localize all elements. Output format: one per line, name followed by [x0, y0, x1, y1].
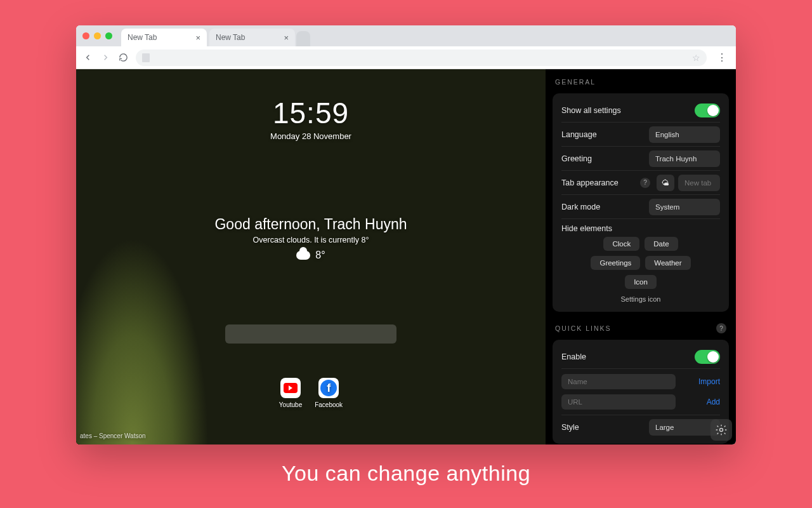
browser-tab[interactable]: New Tab × [121, 29, 207, 46]
tab-title-input[interactable] [678, 175, 720, 191]
minimize-window-button[interactable] [94, 32, 101, 39]
browser-toolbar: ☆ ⋮ [76, 46, 736, 69]
gear-icon[interactable] [710, 419, 732, 441]
settings-sidebar: GENERAL Show all settings Language Engli… [546, 69, 736, 444]
greeting-input[interactable]: Trach Huynh [649, 150, 720, 167]
tab-appearance-label: Tab appearance [561, 178, 634, 187]
close-tab-icon[interactable]: × [195, 33, 200, 43]
help-icon[interactable]: ? [640, 178, 650, 188]
promo-caption: You can change anything [282, 461, 530, 486]
youtube-icon [280, 378, 301, 398]
reload-button[interactable] [118, 53, 128, 63]
browser-window: New Tab × New Tab × ☆ ⋮ [76, 25, 736, 444]
quick-links: Youtube f Facebook [279, 378, 343, 408]
back-button[interactable] [82, 53, 93, 63]
close-window-button[interactable] [82, 32, 89, 39]
address-bar[interactable]: ☆ [136, 50, 707, 66]
temperature: 8° [315, 250, 325, 261]
hide-elements-label: Hide elements [561, 219, 720, 237]
facebook-icon: f [318, 378, 339, 398]
quicklink-label: Facebook [315, 401, 343, 408]
date: Monday 28 November [270, 131, 351, 141]
quicklink-name-input[interactable] [561, 374, 676, 389]
show-all-label: Show all settings [561, 106, 688, 115]
weather-row: 8° [296, 250, 325, 261]
close-tab-icon[interactable]: × [284, 33, 289, 43]
photo-credit: ates – Spencer Watson [80, 432, 146, 439]
help-icon[interactable]: ? [716, 323, 726, 333]
style-label: Style [561, 423, 643, 432]
greeting: Good afternoon, Trach Huynh [214, 216, 407, 233]
browser-menu-button[interactable]: ⋮ [714, 51, 730, 64]
tab-strip: New Tab × New Tab × [76, 25, 736, 46]
dark-mode-select[interactable]: System [649, 199, 720, 215]
add-link[interactable]: Add [707, 398, 720, 406]
favicon-select[interactable]: 🌤 [657, 175, 674, 191]
enable-label: Enable [561, 352, 688, 361]
new-tab-button[interactable] [296, 31, 310, 46]
traffic-lights [82, 25, 121, 46]
general-panel: Show all settings Language English Greet… [553, 93, 729, 312]
dark-mode-label: Dark mode [561, 203, 643, 211]
hide-greetings-chip[interactable]: Greetings [591, 256, 640, 270]
page-content: 15:59 Monday 28 November Good afternoon,… [76, 69, 736, 444]
enable-quicklinks-toggle[interactable] [695, 350, 720, 364]
language-select[interactable]: English [649, 126, 720, 143]
page-icon [142, 53, 150, 62]
general-section-header: GENERAL [553, 69, 729, 87]
svg-point-0 [720, 429, 723, 432]
quicklink-youtube[interactable]: Youtube [279, 378, 302, 408]
search-input[interactable] [225, 324, 396, 344]
tab-label: New Tab [216, 33, 245, 42]
settings-icon-chip[interactable]: Settings icon [561, 293, 720, 307]
greeting-label: Greeting [561, 154, 643, 163]
clock: 15:59 [273, 96, 349, 130]
quicklinks-section-header: QUICK LINKS [555, 324, 612, 332]
hide-icon-chip[interactable]: Icon [625, 275, 657, 289]
hide-clock-chip[interactable]: Clock [603, 237, 639, 251]
quicklink-url-input[interactable] [561, 394, 676, 410]
quicklink-label: Youtube [279, 401, 302, 408]
hide-weather-chip[interactable]: Weather [645, 256, 690, 270]
show-all-toggle[interactable] [695, 104, 720, 117]
browser-tab[interactable]: New Tab × [209, 29, 295, 46]
quicklink-facebook[interactable]: f Facebook [315, 378, 343, 408]
forward-button[interactable] [100, 53, 110, 63]
bookmark-star-icon[interactable]: ☆ [692, 53, 700, 63]
style-select[interactable]: Large [649, 419, 720, 436]
maximize-window-button[interactable] [105, 32, 112, 39]
tab-label: New Tab [128, 33, 157, 42]
newtab-wallpaper: 15:59 Monday 28 November Good afternoon,… [76, 69, 546, 444]
hide-date-chip[interactable]: Date [645, 237, 678, 251]
import-link[interactable]: Import [698, 377, 720, 386]
weather-line: Overcast clouds. It is currently 8° [253, 236, 369, 244]
quicklinks-panel: Enable Import Add Style Large [553, 340, 729, 444]
hide-chips: Clock Date Greetings Weather Icon [561, 237, 720, 293]
language-label: Language [561, 130, 643, 139]
cloud-icon [296, 251, 310, 260]
